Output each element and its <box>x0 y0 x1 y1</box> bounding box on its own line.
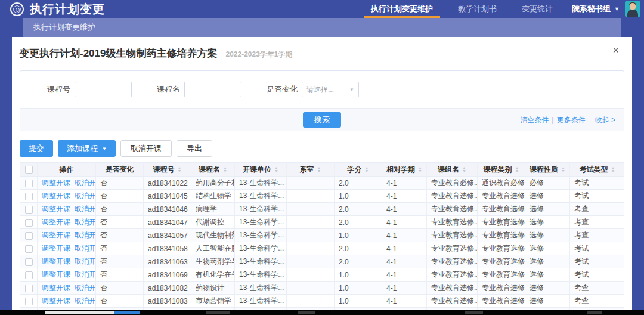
column-header-inner: 课程类别▲▼ <box>484 165 519 175</box>
column-header-10[interactable]: 课程性质▲▼ <box>525 163 570 177</box>
cancel-course-link[interactable]: 取消开课 <box>75 231 96 239</box>
row-checkbox[interactable] <box>25 271 33 279</box>
cell-name: 市场营销学 <box>191 295 235 308</box>
column-header-6[interactable]: 学分▲▼ <box>335 163 382 177</box>
cell-unit: 13-生命科学... <box>235 268 287 282</box>
row-checkbox[interactable] <box>25 298 33 305</box>
row-checkbox[interactable] <box>25 219 33 227</box>
chevron-down-icon[interactable]: ▼ <box>614 6 620 12</box>
adjust-course-link[interactable]: 调整开课 <box>42 244 70 252</box>
user-area[interactable]: 院系秘书组 ▼ <box>572 1 640 17</box>
cell-no: ad18341083 <box>144 295 191 308</box>
filter-input-1[interactable] <box>184 82 242 97</box>
filter-select-2[interactable]: 请选择...▼ <box>302 82 359 97</box>
cancel-course-link[interactable]: 取消开课 <box>75 178 96 187</box>
cell-sem: 4-1 <box>382 216 427 229</box>
add-course-button[interactable]: 添加课程 ▼ <box>58 140 116 157</box>
column-header-2[interactable]: 课程号▲▼ <box>144 163 191 177</box>
cell-nature: 选修 <box>525 216 570 229</box>
sort-desc-icon: ▼ <box>561 169 565 172</box>
adjust-course-link[interactable]: 调整开课 <box>42 192 70 200</box>
row-checkbox[interactable] <box>25 258 33 266</box>
column-header-7[interactable]: 相对学期▲▼ <box>382 163 427 177</box>
cancel-course-link[interactable]: 取消开课 <box>75 257 96 265</box>
cancel-course-link[interactable]: 取消开课 <box>75 297 96 305</box>
cell-credits: 1.0 <box>335 268 382 282</box>
row-checkbox[interactable] <box>25 285 33 292</box>
sort-icon[interactable]: ▲▼ <box>274 166 278 172</box>
sort-icon[interactable]: ▲▼ <box>317 166 321 172</box>
row-checkbox[interactable] <box>25 180 33 187</box>
column-header-inner: 课组名▲▼ <box>438 165 466 175</box>
row-actions-cell: 调整开课取消开课 <box>38 177 96 190</box>
cell-sem: 4-1 <box>382 282 427 295</box>
bottom-media-bar[interactable] <box>0 310 644 315</box>
cancel-course-button[interactable]: 取消开课 <box>120 140 172 157</box>
column-header-11[interactable]: 考试类型▲▼ <box>570 163 625 177</box>
row-checkbox[interactable] <box>25 245 33 253</box>
user-role-label[interactable]: 院系秘书组 <box>572 4 611 14</box>
sort-icon[interactable]: ▲▼ <box>223 166 227 172</box>
row-checkbox[interactable] <box>25 193 33 200</box>
adjust-course-link[interactable]: 调整开课 <box>42 297 70 305</box>
cell-dept <box>287 229 335 242</box>
filter-label-1: 课程名 <box>157 84 180 95</box>
row-select-cell <box>20 242 38 255</box>
adjust-course-link[interactable]: 调整开课 <box>42 205 70 213</box>
column-label: 相对学期 <box>386 165 415 175</box>
cancel-course-link[interactable]: 取消开课 <box>75 283 96 292</box>
submit-button[interactable]: 提交 <box>20 140 53 157</box>
progress-segment-buffered <box>45 311 114 314</box>
cell-changed: 否 <box>96 255 144 268</box>
search-button[interactable]: 搜索 <box>303 112 341 128</box>
cancel-course-link[interactable]: 取消开课 <box>75 218 96 226</box>
nav-tab-1[interactable]: 教学计划书 <box>452 0 503 18</box>
cell-changed: 否 <box>96 216 144 229</box>
close-icon[interactable]: × <box>612 45 619 55</box>
sort-icon[interactable]: ▲▼ <box>561 166 565 172</box>
cancel-course-link[interactable]: 取消开课 <box>75 205 96 213</box>
row-checkbox[interactable] <box>25 232 33 240</box>
filter-input-0[interactable] <box>75 82 132 97</box>
more-conditions-link[interactable]: 更多条件 <box>557 115 586 125</box>
nav-tab-2[interactable]: 变更统计 <box>516 0 559 18</box>
clear-conditions-link[interactable]: 清空条件 <box>521 115 549 125</box>
sort-icon[interactable]: ▲▼ <box>462 166 466 172</box>
filter-item-1: 课程名 <box>157 82 242 97</box>
column-header-3[interactable]: 课程名▲▼ <box>191 163 235 177</box>
column-header-8[interactable]: 课组名▲▼ <box>427 163 478 177</box>
nav-tab-0[interactable]: 执行计划变更维护 <box>365 0 439 18</box>
cell-unit: 13-生命科学... <box>235 203 287 216</box>
adjust-course-link[interactable]: 调整开课 <box>42 178 70 187</box>
column-header-9[interactable]: 课程类别▲▼ <box>478 163 525 177</box>
chevron-down-icon: ▼ <box>349 87 354 92</box>
adjust-course-link[interactable]: 调整开课 <box>42 218 70 226</box>
row-checkbox[interactable] <box>25 206 33 214</box>
adjust-course-link[interactable]: 调整开课 <box>42 270 70 279</box>
sort-icon[interactable]: ▲▼ <box>611 166 615 172</box>
cell-changed: 否 <box>96 229 144 242</box>
column-header-4[interactable]: 开课单位▲▼ <box>235 163 287 177</box>
cell-changed: 否 <box>96 268 144 282</box>
export-button[interactable]: 导出 <box>177 140 212 157</box>
sort-icon[interactable]: ▲▼ <box>515 166 519 172</box>
collapse-link[interactable]: 收起 > <box>595 115 615 125</box>
cell-exam: 考查 <box>570 282 625 295</box>
cell-exam: 考试 <box>570 268 625 282</box>
column-header-5[interactable]: 系室▲▼ <box>287 163 335 177</box>
avatar[interactable] <box>625 1 640 17</box>
cell-credits: 1.0 <box>335 295 382 308</box>
adjust-course-link[interactable]: 调整开课 <box>42 231 70 239</box>
cell-dept <box>287 203 335 216</box>
sort-icon[interactable]: ▲▼ <box>178 166 182 172</box>
cancel-course-link[interactable]: 取消开课 <box>75 270 96 279</box>
sort-icon[interactable]: ▲▼ <box>365 166 369 172</box>
select-all-checkbox[interactable] <box>25 166 33 174</box>
cancel-course-link[interactable]: 取消开课 <box>75 192 96 200</box>
adjust-course-link[interactable]: 调整开课 <box>42 283 70 292</box>
cancel-course-link[interactable]: 取消开课 <box>75 244 96 252</box>
adjust-course-link[interactable]: 调整开课 <box>42 257 70 265</box>
cell-dept <box>287 177 335 190</box>
breadcrumb: 执行计划变更维护 <box>33 22 95 33</box>
sort-icon[interactable]: ▲▼ <box>418 166 422 172</box>
